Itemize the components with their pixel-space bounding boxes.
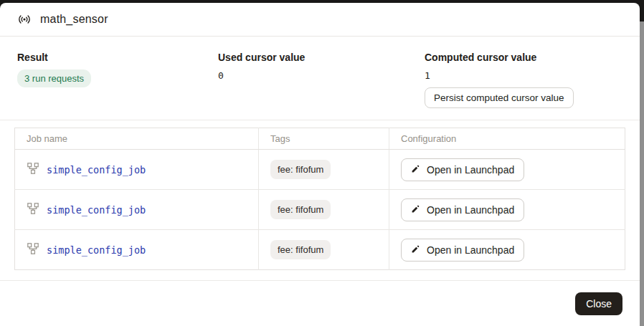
used-cursor-label: Used cursor value xyxy=(218,52,425,63)
column-header-job-name: Job name xyxy=(15,128,259,150)
column-header-tags: Tags xyxy=(259,128,389,150)
open-in-launchpad-button[interactable]: Open in Launchpad xyxy=(401,158,524,181)
pencil-icon xyxy=(411,204,420,216)
jobs-table: Job name Tags Configuration xyxy=(14,128,625,270)
page-scrollbar[interactable] xyxy=(640,21,644,326)
job-name-link[interactable]: simple_config_job xyxy=(47,204,146,216)
pencil-icon xyxy=(411,164,420,176)
sensor-icon xyxy=(17,12,32,27)
result-column: Result 3 run requests xyxy=(17,52,218,120)
dialog-title: math_sensor xyxy=(40,13,108,26)
table-row: simple_config_job fee: fifofum Open in L… xyxy=(15,230,625,270)
job-icon xyxy=(27,242,39,258)
job-name-link[interactable]: simple_config_job xyxy=(47,244,146,256)
sensor-dialog: math_sensor Result 3 run requests Used c… xyxy=(0,3,640,326)
used-cursor-column: Used cursor value 0 xyxy=(218,52,425,120)
job-name-link[interactable]: simple_config_job xyxy=(47,164,146,176)
pencil-icon xyxy=(411,244,420,256)
close-button[interactable]: Close xyxy=(575,292,622,315)
persist-cursor-button[interactable]: Persist computed cursor value xyxy=(425,87,574,108)
tag-pill: fee: fifofum xyxy=(270,200,331,219)
jobs-table-area: Job name Tags Configuration xyxy=(0,120,640,270)
table-row: simple_config_job fee: fifofum Open in L… xyxy=(15,150,625,190)
dialog-footer: Close xyxy=(0,280,640,326)
tag-pill: fee: fifofum xyxy=(270,240,331,259)
column-header-configuration: Configuration xyxy=(389,128,625,150)
tag-pill: fee: fifofum xyxy=(270,160,331,179)
used-cursor-value: 0 xyxy=(218,70,425,81)
dialog-header: math_sensor xyxy=(0,3,640,37)
computed-cursor-label: Computed cursor value xyxy=(425,52,622,63)
job-icon xyxy=(27,202,39,218)
run-requests-badge: 3 run requests xyxy=(17,69,91,87)
table-header-row: Job name Tags Configuration xyxy=(15,128,625,150)
open-in-launchpad-button[interactable]: Open in Launchpad xyxy=(401,198,524,221)
computed-cursor-column: Computed cursor value 1 Persist computed… xyxy=(425,52,622,120)
summary-section: Result 3 run requests Used cursor value … xyxy=(0,37,640,120)
result-label: Result xyxy=(17,52,218,63)
table-row: simple_config_job fee: fifofum Open in L… xyxy=(15,190,625,230)
job-icon xyxy=(27,162,39,178)
computed-cursor-value: 1 xyxy=(425,70,622,81)
open-in-launchpad-button[interactable]: Open in Launchpad xyxy=(401,239,524,262)
